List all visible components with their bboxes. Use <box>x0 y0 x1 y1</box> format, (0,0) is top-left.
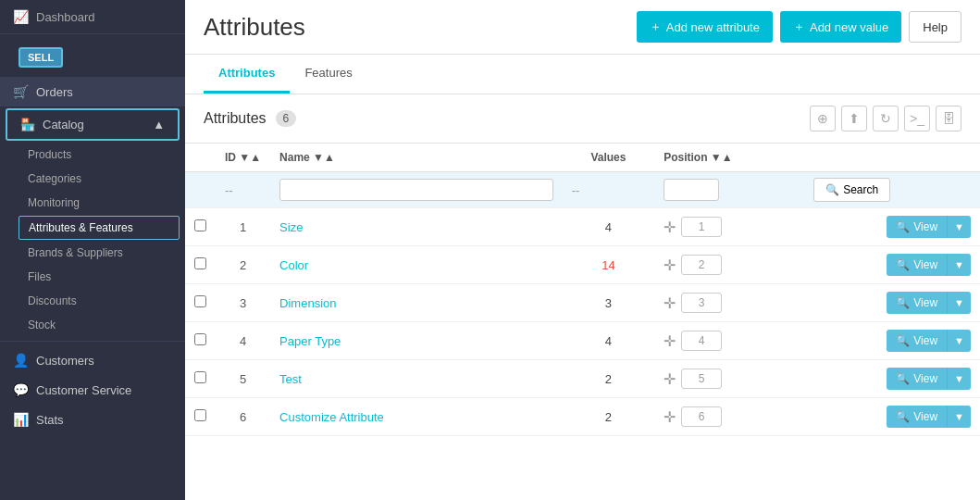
catalog-icon: 🏪 <box>20 118 35 131</box>
view-dropdown-button[interactable]: ▼ <box>947 216 971 238</box>
row-values: 2 <box>563 360 655 398</box>
row-checkbox[interactable] <box>194 295 206 307</box>
filter-id-cell: -- <box>216 172 270 208</box>
refresh-toolbar-icon[interactable]: ↻ <box>873 106 899 131</box>
sidebar-item-discounts[interactable]: Discounts <box>0 289 185 313</box>
attributes-content: Attributes 6 ⊕ ⬆ ↻ >_ 🗄 ID ▼▲ <box>185 94 980 500</box>
row-name: Dimension <box>270 284 563 322</box>
row-values: 14 <box>563 246 655 284</box>
help-button[interactable]: Help <box>909 11 961 43</box>
row-name-link[interactable]: Color <box>279 258 308 272</box>
row-checkbox[interactable] <box>194 333 206 345</box>
row-name-link[interactable]: Paper Type <box>279 334 341 348</box>
database-toolbar-icon[interactable]: 🗄 <box>936 106 961 131</box>
col-position[interactable]: Position ▼▲ <box>654 144 804 172</box>
sidebar-item-brands[interactable]: Brands & Suppliers <box>0 241 185 265</box>
row-checkbox-cell[interactable] <box>185 322 216 360</box>
sidebar-item-attributes[interactable]: Attributes & Features <box>19 216 180 240</box>
view-button[interactable]: 🔍 View <box>887 292 947 314</box>
table-header-row: ID ▼▲ Name ▼▲ Values Position ▼▲ <box>185 144 980 172</box>
view-dropdown-button[interactable]: ▼ <box>947 254 971 276</box>
position-input[interactable] <box>681 406 722 427</box>
view-icon: 🔍 <box>896 334 910 347</box>
add-attribute-button[interactable]: ＋ Add new attribute <box>637 11 773 43</box>
col-name[interactable]: Name ▼▲ <box>270 144 563 172</box>
sell-badge: SELL <box>19 47 63 68</box>
row-actions: 🔍 View ▼ <box>804 398 980 436</box>
row-name-link[interactable]: Dimension <box>279 296 336 310</box>
row-checkbox-cell[interactable] <box>185 284 216 322</box>
col-actions <box>804 144 980 172</box>
content-title: Attributes 6 <box>204 110 296 127</box>
page-header: Attributes ＋ Add new attribute ＋ Add new… <box>185 0 980 55</box>
row-checkbox-cell[interactable] <box>185 398 216 436</box>
sidebar-item-orders[interactable]: 🛒 Orders <box>0 77 185 106</box>
view-dropdown-button[interactable]: ▼ <box>947 406 971 428</box>
add-toolbar-icon[interactable]: ⊕ <box>810 106 836 131</box>
drag-handle-icon[interactable]: ✛ <box>664 332 676 350</box>
row-checkbox[interactable] <box>194 257 206 269</box>
filter-name-input[interactable] <box>279 179 553 201</box>
customer-service-icon: 💬 <box>13 382 29 397</box>
row-position: ✛ <box>654 322 804 360</box>
view-button[interactable]: 🔍 View <box>887 368 947 390</box>
row-name-link[interactable]: Customize Attribute <box>279 410 384 424</box>
row-name-link[interactable]: Size <box>279 220 303 234</box>
drag-handle-icon[interactable]: ✛ <box>664 256 676 274</box>
position-input[interactable] <box>681 217 722 237</box>
row-checkbox-cell[interactable] <box>185 360 216 398</box>
plus-icon: ＋ <box>650 19 662 35</box>
sidebar-item-stats[interactable]: 📊 Stats <box>0 405 185 434</box>
view-dropdown-button[interactable]: ▼ <box>947 368 971 390</box>
sidebar-item-customers[interactable]: 👤 Customers <box>0 345 185 375</box>
filter-name-cell[interactable] <box>270 172 563 208</box>
search-button[interactable]: 🔍 Search <box>813 178 890 202</box>
row-checkbox[interactable] <box>194 409 206 421</box>
filter-position-input[interactable] <box>664 179 719 201</box>
row-name-link[interactable]: Test <box>279 372 302 386</box>
sidebar-item-customer-service[interactable]: 💬 Customer Service <box>0 375 185 405</box>
table-row: 4 Paper Type 4 ✛ 🔍 <box>185 322 980 360</box>
view-button[interactable]: 🔍 View <box>887 254 947 276</box>
row-checkbox-cell[interactable] <box>185 208 216 246</box>
sidebar-item-catalog[interactable]: 🏪 Catalog ▲ <box>6 108 180 141</box>
filter-position-cell[interactable] <box>654 172 804 208</box>
dashboard-nav-item[interactable]: 📈 Dashboard <box>0 0 185 34</box>
view-button[interactable]: 🔍 View <box>887 406 947 428</box>
tab-features[interactable]: Features <box>290 55 366 94</box>
table-row: 6 Customize Attribute 2 ✛ <box>185 398 980 436</box>
upload-toolbar-icon[interactable]: ⬆ <box>841 106 867 131</box>
drag-handle-icon[interactable]: ✛ <box>664 219 676 236</box>
row-actions: 🔍 View ▼ <box>804 246 980 284</box>
position-input[interactable] <box>681 369 722 389</box>
row-checkbox[interactable] <box>194 371 206 383</box>
drag-handle-icon[interactable]: ✛ <box>664 408 676 426</box>
drag-handle-icon[interactable]: ✛ <box>664 294 676 312</box>
row-values: 4 <box>563 208 655 246</box>
sidebar-item-monitoring[interactable]: Monitoring <box>0 191 185 215</box>
sidebar-item-stock[interactable]: Stock <box>0 313 185 337</box>
view-dropdown-button[interactable]: ▼ <box>947 292 971 314</box>
position-input[interactable] <box>681 331 722 351</box>
drag-handle-icon[interactable]: ✛ <box>664 370 676 388</box>
filter-values-cell: -- <box>563 172 655 208</box>
position-input[interactable] <box>681 255 722 275</box>
sidebar-item-files[interactable]: Files <box>0 265 185 289</box>
attributes-count-badge: 6 <box>276 110 297 127</box>
terminal-toolbar-icon[interactable]: >_ <box>904 106 930 131</box>
view-button[interactable]: 🔍 View <box>887 330 947 352</box>
col-id[interactable]: ID ▼▲ <box>216 144 270 172</box>
table-row: 1 Size 4 ✛ 🔍 <box>185 208 980 246</box>
row-id: 3 <box>216 284 270 322</box>
view-icon: 🔍 <box>896 296 910 309</box>
row-id: 2 <box>216 246 270 284</box>
add-value-button[interactable]: ＋ Add new value <box>780 11 901 43</box>
view-dropdown-button[interactable]: ▼ <box>947 330 971 352</box>
tab-attributes[interactable]: Attributes <box>204 55 290 94</box>
row-checkbox-cell[interactable] <box>185 246 216 284</box>
sidebar-item-products[interactable]: Products <box>0 143 185 167</box>
position-input[interactable] <box>681 293 722 313</box>
sidebar-item-categories[interactable]: Categories <box>0 167 185 191</box>
row-checkbox[interactable] <box>194 219 206 231</box>
view-button[interactable]: 🔍 View <box>887 216 947 238</box>
